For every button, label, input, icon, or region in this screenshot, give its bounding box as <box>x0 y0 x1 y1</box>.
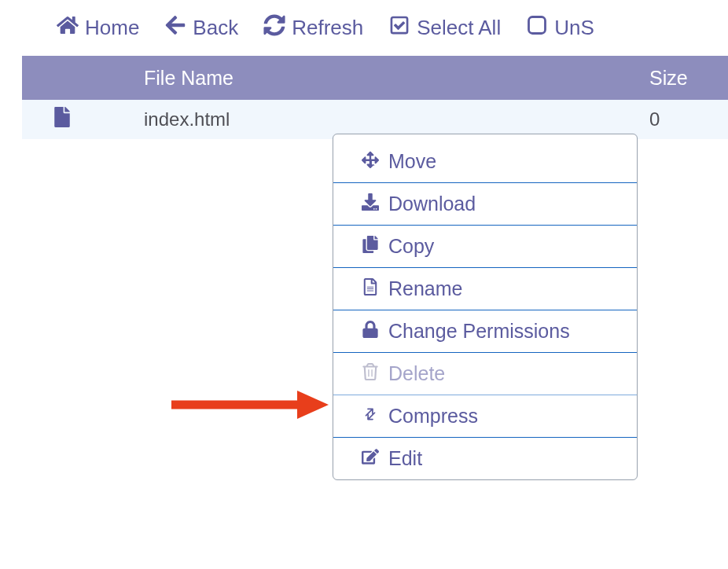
trash-icon <box>362 362 379 385</box>
move-icon <box>362 150 379 173</box>
file-table: File Name Size index.html 0 <box>0 56 728 139</box>
square-icon <box>526 14 548 42</box>
menu-item-copy[interactable]: Copy <box>333 226 637 268</box>
select-all-label: Select All <box>417 16 501 40</box>
unselect-button[interactable]: UnS <box>526 14 594 42</box>
file-size: 0 <box>649 108 728 130</box>
home-button[interactable]: Home <box>57 14 139 42</box>
context-menu: Move Download Copy Rename Change Permiss… <box>333 134 638 480</box>
check-square-icon <box>388 14 410 42</box>
svg-rect-0 <box>529 17 546 34</box>
menu-label-compress: Compress <box>388 405 478 428</box>
menu-label-download: Download <box>388 193 476 215</box>
menu-label-delete: Delete <box>388 362 445 385</box>
menu-item-download[interactable]: Download <box>333 183 637 226</box>
lock-icon <box>362 320 379 343</box>
arrow-left-icon <box>164 14 186 42</box>
menu-item-edit[interactable]: Edit <box>333 438 637 479</box>
refresh-label: Refresh <box>292 16 363 40</box>
menu-label-copy: Copy <box>388 235 434 258</box>
copy-icon <box>362 235 379 258</box>
refresh-icon <box>263 14 285 42</box>
column-header-name[interactable]: File Name <box>144 67 649 90</box>
refresh-button[interactable]: Refresh <box>263 14 363 42</box>
menu-item-move[interactable]: Move <box>333 141 637 183</box>
svg-marker-2 <box>297 391 329 419</box>
home-icon <box>57 14 79 42</box>
toolbar: Home Back Refresh Select All UnS <box>0 0 728 56</box>
menu-item-compress[interactable]: Compress <box>333 395 637 438</box>
menu-item-delete[interactable]: Delete <box>333 353 637 395</box>
back-button[interactable]: Back <box>164 14 238 42</box>
annotation-arrow <box>171 391 329 419</box>
home-label: Home <box>85 16 139 40</box>
menu-label-change-permissions: Change Permissions <box>388 320 570 343</box>
menu-label-rename: Rename <box>388 277 463 300</box>
menu-label-edit: Edit <box>388 447 422 470</box>
column-header-size[interactable]: Size <box>649 67 728 90</box>
menu-item-rename[interactable]: Rename <box>333 268 637 310</box>
file-name: index.html <box>144 108 649 130</box>
file-icon <box>22 107 144 132</box>
unselect-label: UnS <box>554 16 594 40</box>
menu-label-move: Move <box>388 150 436 173</box>
menu-item-change-permissions[interactable]: Change Permissions <box>333 310 637 353</box>
download-icon <box>362 193 379 215</box>
back-label: Back <box>193 16 238 40</box>
file-alt-icon <box>362 277 379 300</box>
table-header: File Name Size <box>22 56 728 100</box>
compress-icon <box>362 405 379 428</box>
edit-icon <box>362 447 379 470</box>
select-all-button[interactable]: Select All <box>388 14 501 42</box>
